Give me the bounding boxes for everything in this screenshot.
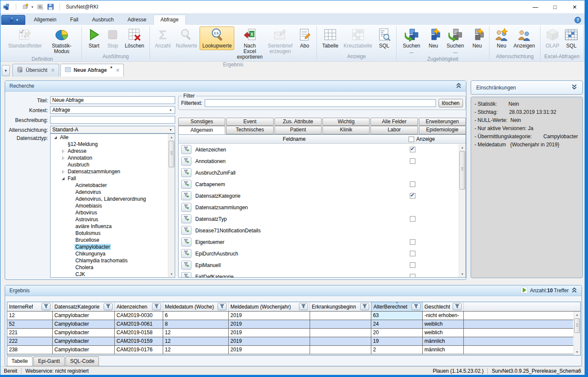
filter-add-button[interactable] xyxy=(181,157,191,166)
filter-add-button[interactable] xyxy=(181,145,191,154)
close-button[interactable]: ✕ xyxy=(565,0,585,13)
table-cell[interactable]: 2019 xyxy=(229,329,310,337)
column-header-geschlecht[interactable]: Geschlecht xyxy=(423,302,464,311)
table-cell[interactable]: 2019 xyxy=(229,346,310,354)
table-cell[interactable]: 221 xyxy=(7,329,53,337)
field-tab-zus-attribute[interactable]: Zus. Attribute xyxy=(275,118,322,126)
anzeige-checkbox[interactable] xyxy=(410,158,415,164)
minimize-button[interactable]: — xyxy=(525,0,545,13)
table-cell[interactable]: 12 xyxy=(163,329,229,337)
application-menu-button[interactable]: ▼ xyxy=(1,15,25,25)
table-cell[interactable]: 6 xyxy=(163,312,229,320)
table-cell[interactable]: Campylobacter xyxy=(53,346,115,354)
filtertext-input[interactable] xyxy=(205,99,436,107)
column-filter-button[interactable] xyxy=(104,303,113,310)
table-cell[interactable]: 2019 xyxy=(229,320,310,328)
table-cell[interactable]: 8 xyxy=(163,320,229,328)
table-cell[interactable]: 2019 xyxy=(229,312,310,320)
field-tab-allgemein[interactable]: Allgemein xyxy=(178,126,225,134)
anzeige-checkbox[interactable] xyxy=(410,193,415,199)
ribbon-button-löschen[interactable]: Löschen xyxy=(122,27,146,50)
tree-expander-collapsed-icon[interactable] xyxy=(61,149,66,153)
close-icon[interactable]: ✕ xyxy=(51,68,55,73)
ribbon-tab-adresse[interactable]: Adresse xyxy=(121,15,153,25)
ribbon-button-start[interactable]: Start xyxy=(84,27,103,50)
tree-item-fall[interactable]: Fall xyxy=(51,175,175,182)
filter-add-button[interactable] xyxy=(181,214,191,223)
field-tab-patient[interactable]: Patient xyxy=(275,126,322,134)
table-row[interactable]: 221CampylobacterCAM2019-015812201920weib… xyxy=(7,329,580,337)
table-cell[interactable]: 12 xyxy=(163,346,229,354)
column-filter-button[interactable] xyxy=(453,303,462,310)
einschraenkungen-header[interactable]: Einschränkungen xyxy=(471,80,583,95)
chevron-down-icon[interactable]: ▼ xyxy=(31,6,34,9)
tree-item-acinetobacter[interactable]: Acinetobacter xyxy=(51,182,175,189)
column-filter-button[interactable] xyxy=(218,303,227,310)
anzeige-checkbox[interactable] xyxy=(410,216,415,222)
anzeige-checkbox[interactable] xyxy=(410,181,415,187)
ribbon-button-tabelle[interactable]: Tabelle xyxy=(319,27,341,50)
tree-item-adresse[interactable]: Adresse xyxy=(51,148,175,154)
tree-item-amoebiasis[interactable]: Amoebiasis xyxy=(51,202,175,209)
anzeige-checkbox[interactable] xyxy=(410,147,415,152)
collapse-panel-icon[interactable] xyxy=(456,83,462,90)
ribbon-button-lookupwerte[interactable]: 1:1Lookupwerte xyxy=(200,27,234,50)
tree-expander-collapsed-icon[interactable] xyxy=(61,156,66,160)
field-tab-labor[interactable]: Labor xyxy=(370,126,418,134)
titel-input[interactable] xyxy=(50,96,175,104)
anzeige-header-checkbox[interactable] xyxy=(409,137,414,142)
table-cell[interactable]: CAM2019-0176 xyxy=(115,346,163,354)
table-cell[interactable]: 222 xyxy=(7,337,53,345)
filter-clear-button[interactable]: löschen xyxy=(439,99,463,107)
tree-item-arbovirus[interactable]: Arbovirus xyxy=(51,209,175,216)
column-header-aktenzeichen[interactable]: Aktenzeichen xyxy=(115,302,163,311)
tree-item-datensatzsammlungen[interactable]: Datensatzsammlungen xyxy=(51,168,175,175)
filter-add-button[interactable] xyxy=(181,191,191,200)
table-cell[interactable]: 2019 xyxy=(229,337,310,345)
filter-add-button[interactable] xyxy=(181,249,191,258)
tree-expander-collapsed-icon[interactable] xyxy=(61,170,66,174)
filter-add-button[interactable] xyxy=(181,203,191,212)
beschreibung-input[interactable] xyxy=(50,116,175,124)
table-cell[interactable] xyxy=(310,329,371,337)
ribbon-button-abo[interactable]: Abo xyxy=(295,27,314,50)
scrollbar-thumb[interactable] xyxy=(460,151,465,190)
table-cell[interactable]: 12 xyxy=(163,337,229,345)
tree-item-botulismus[interactable]: Botulismus xyxy=(51,230,175,237)
field-tab-technisches[interactable]: Technisches xyxy=(226,126,273,134)
filter-add-button[interactable] xyxy=(181,272,191,278)
tree-item-ausbruch[interactable]: Ausbruch xyxy=(51,161,175,168)
column-header-meldedatum-wochenjahr[interactable]: Meldedatum (Wochenjahr) xyxy=(229,302,310,311)
table-cell[interactable]: 12 xyxy=(7,312,53,320)
ribbon-button-nach-excel-exportieren[interactable]: XNach Excel exportieren xyxy=(234,27,265,61)
table-cell[interactable]: 19 xyxy=(371,337,423,345)
table-cell[interactable] xyxy=(310,346,371,354)
save-icon[interactable] xyxy=(47,3,54,11)
close-icon[interactable]: ✕ xyxy=(116,68,119,73)
ribbon-button-neu[interactable]: Neu xyxy=(424,27,443,50)
field-tab-wichtig[interactable]: Wichtig xyxy=(322,118,370,126)
table-cell[interactable]: CAM2019-0158 xyxy=(115,329,163,337)
field-tab-event[interactable]: Event xyxy=(226,118,273,126)
filter-add-button[interactable] xyxy=(181,237,191,246)
column-header-meldedatum-woche[interactable]: Meldedatum (Woche) xyxy=(163,302,229,311)
table-cell[interactable]: 24 xyxy=(371,320,423,328)
ribbon-tab-allgemein[interactable]: Allgemein xyxy=(27,15,63,25)
column-header-erkrankungsbeginn[interactable]: Erkrankungsbeginn xyxy=(310,302,371,311)
scroll-up-arrow[interactable]: ▲ xyxy=(459,144,466,151)
anzeige-checkbox[interactable] xyxy=(410,274,415,278)
filter-add-button[interactable] xyxy=(181,261,191,270)
table-cell[interactable]: Campylobacter xyxy=(53,320,115,328)
ribbon-button-statistik-modus[interactable]: Statistik-Modus xyxy=(45,27,79,56)
scroll-up-arrow[interactable]: ▲ xyxy=(168,134,175,140)
datensatztyp-tree[interactable]: Alle§12-MeldungAdresseAnnotationAusbruch… xyxy=(50,134,175,278)
table-cell[interactable]: weiblich xyxy=(423,320,464,328)
package-icon[interactable] xyxy=(21,3,29,11)
scroll-down-arrow[interactable]: ▼ xyxy=(168,271,175,277)
column-header-datensatzkategorie[interactable]: DatensatzKategorie xyxy=(53,302,115,311)
field-tab-alle-felder[interactable]: Alle Felder xyxy=(370,118,418,126)
field-list-scrollbar[interactable]: ▲ ▼ xyxy=(459,144,466,277)
result-tab-tabelle[interactable]: Tabelle xyxy=(7,356,33,366)
table-cell[interactable]: 52 xyxy=(7,320,53,328)
tree-item-astrovirus[interactable]: Astrovirus xyxy=(51,216,175,223)
